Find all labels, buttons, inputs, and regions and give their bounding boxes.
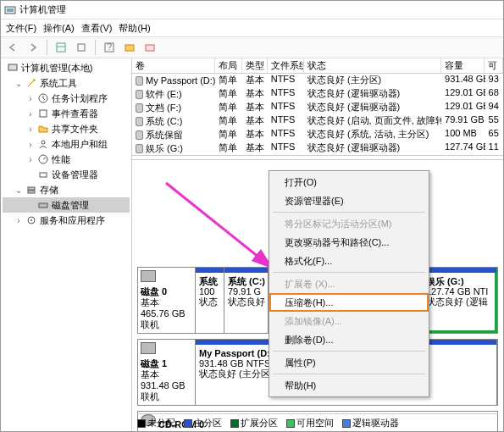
- legend-unallocated-icon: [137, 419, 146, 428]
- menu-help[interactable]: 帮助(H): [119, 22, 150, 35]
- perf-icon: [37, 153, 49, 165]
- legend-primary-icon: [184, 419, 192, 428]
- volume-row[interactable]: 系统 (C:)简单基本NTFS状态良好 (启动, 页面文件, 故障转储, 主分区…: [132, 114, 503, 128]
- col-type[interactable]: 类型: [242, 58, 268, 73]
- tree-system-tools[interactable]: ⌄系统工具: [3, 75, 130, 91]
- col-free[interactable]: 可: [485, 58, 503, 73]
- svg-rect-14: [40, 173, 47, 177]
- tree-disk-management[interactable]: 磁盘管理: [3, 197, 130, 213]
- ctx-open[interactable]: 打开(O): [269, 173, 429, 191]
- ctx-explorer[interactable]: 资源管理器(E): [269, 191, 429, 210]
- ctx-add-mirror: 添加镜像(A)...: [269, 312, 429, 330]
- tree-root[interactable]: 计算机管理(本地): [3, 60, 130, 75]
- svg-rect-9: [8, 64, 17, 70]
- expand-icon[interactable]: ›: [14, 216, 23, 225]
- expand-icon[interactable]: ›: [26, 109, 35, 119]
- tree-local-users[interactable]: ›本地用户和组: [3, 136, 130, 152]
- title-bar: 计算机管理: [1, 1, 503, 19]
- event-icon: [37, 108, 49, 119]
- disk-label[interactable]: 磁盘 0 基本 465.76 GB 联机: [138, 268, 196, 333]
- ctx-properties[interactable]: 属性(P): [269, 353, 429, 372]
- tree-services-apps[interactable]: ›服务和应用程序: [3, 213, 130, 228]
- volume-icon: [136, 144, 143, 153]
- computer-icon: [7, 62, 19, 74]
- svg-rect-16: [28, 191, 35, 193]
- svg-rect-2: [57, 43, 65, 52]
- collapse-icon[interactable]: ⌄: [14, 79, 23, 88]
- folder-icon: [37, 123, 49, 135]
- menu-file[interactable]: 文件(F): [6, 22, 36, 35]
- tree-shared-folders[interactable]: ›共享文件夹: [3, 121, 130, 136]
- disk-icon: [141, 270, 156, 282]
- volume-icon: [136, 103, 143, 113]
- ctx-shrink-volume[interactable]: 压缩卷(H)...: [269, 293, 429, 312]
- toolbar-icon[interactable]: [73, 39, 90, 56]
- tree-event-viewer[interactable]: ›事件查看器: [3, 106, 130, 121]
- toolbar: ?: [1, 36, 503, 58]
- nav-back-icon[interactable]: [4, 39, 21, 56]
- refresh-icon[interactable]: ?: [101, 39, 118, 56]
- tree-performance[interactable]: ›性能: [3, 152, 130, 167]
- volume-row[interactable]: 系统保留简单基本NTFS状态良好 (系统, 活动, 主分区)100 MB65: [132, 128, 503, 141]
- disk-icon: [37, 199, 49, 211]
- partition-c[interactable]: 系统 (C:)79.91 G状态良好: [224, 268, 269, 333]
- tree-storage[interactable]: ⌄存储: [3, 182, 130, 197]
- menu-bar: 文件(F) 操作(A) 查看(V) 帮助(H): [1, 19, 503, 36]
- svg-rect-15: [28, 187, 35, 190]
- svg-rect-11: [40, 110, 47, 117]
- svg-rect-17: [39, 203, 47, 208]
- volume-icon: [136, 90, 143, 99]
- svg-rect-4: [78, 44, 85, 51]
- col-status[interactable]: 状态: [304, 58, 441, 73]
- partition-system-reserved[interactable]: 系统100状态: [196, 268, 224, 333]
- legend-extended-icon: [230, 419, 239, 428]
- toolbar-icon[interactable]: [121, 39, 138, 56]
- users-icon: [37, 138, 49, 150]
- tree-task-scheduler[interactable]: ›任务计划程序: [3, 91, 130, 106]
- services-icon: [25, 214, 37, 226]
- col-capacity[interactable]: 容量: [441, 58, 485, 73]
- volume-row[interactable]: My Passport (D:)简单基本NTFS状态良好 (主分区)931.48…: [132, 74, 503, 87]
- menu-separator: [273, 212, 425, 213]
- toolbar-icon[interactable]: [53, 39, 69, 56]
- menu-view[interactable]: 查看(V): [81, 22, 113, 35]
- svg-text:?: ?: [107, 42, 112, 52]
- toolbar-icon[interactable]: [141, 39, 158, 56]
- partition-g-selected[interactable]: 娱乐 (G:)127.74 GB NTI状态良好 (逻辑: [423, 268, 497, 333]
- volume-icon: [136, 117, 143, 126]
- volume-row[interactable]: 娱乐 (G:)简单基本NTFS状态良好 (逻辑驱动器)127.74 GB11: [132, 141, 503, 155]
- svg-point-12: [42, 141, 45, 144]
- svg-rect-7: [125, 45, 134, 51]
- clock-icon: [37, 92, 49, 104]
- col-filesystem[interactable]: 文件系统: [268, 58, 304, 73]
- menu-separator: [273, 374, 425, 374]
- volume-list-header: 卷 布局 类型 文件系统 状态 容量 可: [132, 58, 503, 74]
- menu-separator: [273, 272, 425, 273]
- volume-icon: [136, 76, 143, 86]
- disk-label[interactable]: 磁盘 1 基本 931.48 GB 联机: [138, 340, 196, 405]
- ctx-format[interactable]: 格式化(F)...: [269, 252, 429, 270]
- ctx-mark-active: 将分区标记为活动分区(M): [269, 214, 429, 233]
- tools-icon: [25, 77, 37, 89]
- expand-icon[interactable]: ›: [26, 155, 35, 164]
- col-volume[interactable]: 卷: [132, 58, 215, 73]
- col-layout[interactable]: 布局: [215, 58, 242, 73]
- tree-device-manager[interactable]: 设备管理器: [3, 167, 130, 182]
- ctx-change-drive-letter[interactable]: 更改驱动器号和路径(C)...: [269, 233, 429, 252]
- volume-row[interactable]: 软件 (E:)简单基本NTFS状态良好 (逻辑驱动器)129.01 GB68: [132, 87, 503, 101]
- window-title: 计算机管理: [19, 3, 66, 16]
- nav-tree: 计算机管理(本地) ⌄系统工具 ›任务计划程序 ›事件查看器 ›共享文件夹 ›本…: [1, 58, 132, 431]
- expand-icon[interactable]: ›: [26, 125, 35, 134]
- volume-row[interactable]: 文档 (F:)简单基本NTFS状态良好 (逻辑驱动器)129.01 GB94: [132, 101, 503, 114]
- svg-point-19: [30, 219, 32, 221]
- ctx-delete-volume[interactable]: 删除卷(D)...: [269, 330, 429, 349]
- nav-fwd-icon[interactable]: [25, 39, 42, 56]
- ctx-extend-volume: 扩展卷 (X)...: [269, 274, 429, 293]
- menu-separator: [273, 351, 425, 352]
- ctx-help[interactable]: 帮助(H): [269, 376, 429, 395]
- menu-action[interactable]: 操作(A): [43, 22, 75, 35]
- expand-icon[interactable]: ›: [26, 94, 35, 103]
- collapse-icon[interactable]: ⌄: [14, 186, 23, 195]
- app-icon: [4, 4, 16, 16]
- expand-icon[interactable]: ›: [26, 140, 35, 149]
